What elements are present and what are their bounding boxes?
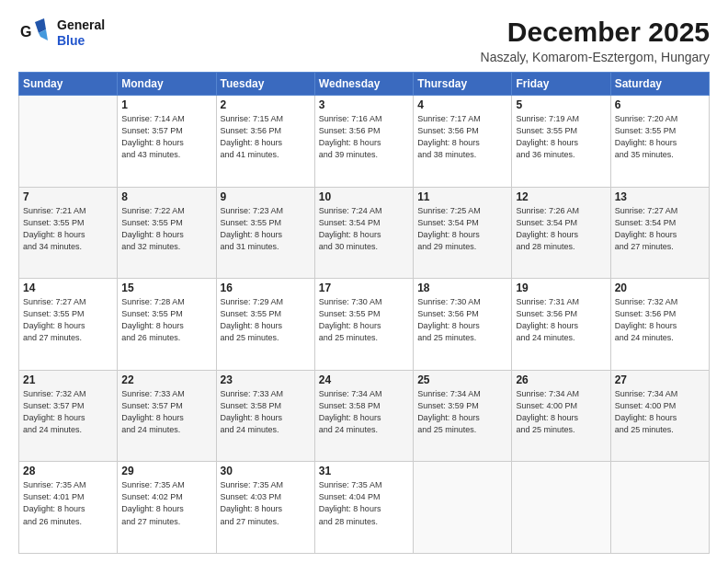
day-number: 17	[319, 282, 409, 294]
day-cell: 9Sunrise: 7:23 AM Sunset: 3:55 PM Daylig…	[216, 187, 314, 279]
day-info: Sunrise: 7:34 AM Sunset: 4:00 PM Dayligh…	[615, 388, 705, 436]
day-cell	[19, 96, 118, 188]
week-row-4: 28Sunrise: 7:35 AM Sunset: 4:01 PM Dayli…	[19, 462, 710, 554]
day-number: 4	[417, 98, 507, 111]
day-cell: 25Sunrise: 7:34 AM Sunset: 3:59 PM Dayli…	[414, 370, 512, 462]
day-number: 1	[121, 98, 211, 111]
logo-line1: General	[57, 17, 105, 33]
page: G General Blue December 2025 Naszaly, Ko…	[0, 0, 728, 563]
day-info: Sunrise: 7:35 AM Sunset: 4:01 PM Dayligh…	[23, 479, 113, 527]
day-info: Sunrise: 7:24 AM Sunset: 3:54 PM Dayligh…	[319, 205, 409, 253]
day-cell: 20Sunrise: 7:32 AM Sunset: 3:56 PM Dayli…	[610, 279, 709, 371]
day-info: Sunrise: 7:35 AM Sunset: 4:04 PM Dayligh…	[319, 479, 409, 527]
logo-text: General Blue	[57, 17, 105, 49]
day-number: 29	[121, 465, 211, 477]
day-cell: 11Sunrise: 7:25 AM Sunset: 3:54 PM Dayli…	[414, 187, 512, 279]
day-number: 28	[23, 465, 113, 477]
day-info: Sunrise: 7:22 AM Sunset: 3:55 PM Dayligh…	[121, 205, 211, 253]
day-cell: 4Sunrise: 7:17 AM Sunset: 3:56 PM Daylig…	[414, 96, 512, 188]
day-cell: 16Sunrise: 7:29 AM Sunset: 3:55 PM Dayli…	[216, 279, 314, 371]
subtitle: Naszaly, Komarom-Esztergom, Hungary	[481, 50, 710, 64]
day-cell	[414, 462, 512, 554]
logo: G General Blue	[18, 17, 105, 50]
day-info: Sunrise: 7:14 AM Sunset: 3:57 PM Dayligh…	[121, 113, 211, 161]
day-info: Sunrise: 7:35 AM Sunset: 4:03 PM Dayligh…	[221, 479, 311, 527]
col-header-wednesday: Wednesday	[314, 73, 413, 96]
day-cell: 18Sunrise: 7:30 AM Sunset: 3:56 PM Dayli…	[414, 279, 512, 371]
day-info: Sunrise: 7:19 AM Sunset: 3:55 PM Dayligh…	[516, 113, 606, 161]
day-info: Sunrise: 7:27 AM Sunset: 3:55 PM Dayligh…	[23, 296, 113, 344]
day-number: 2	[221, 98, 311, 111]
day-number: 13	[615, 190, 705, 203]
day-cell: 7Sunrise: 7:21 AM Sunset: 3:55 PM Daylig…	[19, 187, 118, 279]
day-info: Sunrise: 7:16 AM Sunset: 3:56 PM Dayligh…	[319, 113, 409, 161]
day-number: 16	[221, 282, 311, 294]
day-cell: 3Sunrise: 7:16 AM Sunset: 3:56 PM Daylig…	[314, 96, 413, 188]
day-cell: 10Sunrise: 7:24 AM Sunset: 3:54 PM Dayli…	[314, 187, 413, 279]
day-cell: 28Sunrise: 7:35 AM Sunset: 4:01 PM Dayli…	[19, 462, 118, 554]
day-info: Sunrise: 7:30 AM Sunset: 3:55 PM Dayligh…	[319, 296, 409, 344]
col-header-friday: Friday	[512, 73, 610, 96]
day-cell	[512, 462, 610, 554]
day-number: 6	[615, 98, 705, 111]
day-info: Sunrise: 7:34 AM Sunset: 3:59 PM Dayligh…	[417, 388, 507, 436]
day-info: Sunrise: 7:17 AM Sunset: 3:56 PM Dayligh…	[417, 113, 507, 161]
day-info: Sunrise: 7:29 AM Sunset: 3:55 PM Dayligh…	[221, 296, 311, 344]
day-number: 11	[417, 190, 507, 203]
day-cell: 31Sunrise: 7:35 AM Sunset: 4:04 PM Dayli…	[314, 462, 413, 554]
day-cell: 14Sunrise: 7:27 AM Sunset: 3:55 PM Dayli…	[19, 279, 118, 371]
day-number: 23	[221, 373, 311, 386]
day-number: 15	[121, 282, 211, 294]
day-number: 31	[319, 465, 409, 477]
week-row-1: 7Sunrise: 7:21 AM Sunset: 3:55 PM Daylig…	[19, 187, 710, 279]
day-cell: 26Sunrise: 7:34 AM Sunset: 4:00 PM Dayli…	[512, 370, 610, 462]
day-cell: 24Sunrise: 7:34 AM Sunset: 3:58 PM Dayli…	[314, 370, 413, 462]
calendar-header-row: SundayMondayTuesdayWednesdayThursdayFrid…	[19, 73, 710, 96]
day-cell: 22Sunrise: 7:33 AM Sunset: 3:57 PM Dayli…	[118, 370, 216, 462]
day-info: Sunrise: 7:32 AM Sunset: 3:57 PM Dayligh…	[23, 388, 113, 436]
col-header-tuesday: Tuesday	[216, 73, 314, 96]
day-cell: 17Sunrise: 7:30 AM Sunset: 3:55 PM Dayli…	[314, 279, 413, 371]
logo-icon: G	[18, 17, 51, 50]
day-number: 24	[319, 373, 409, 386]
day-cell: 23Sunrise: 7:33 AM Sunset: 3:58 PM Dayli…	[216, 370, 314, 462]
day-cell: 19Sunrise: 7:31 AM Sunset: 3:56 PM Dayli…	[512, 279, 610, 371]
day-info: Sunrise: 7:30 AM Sunset: 3:56 PM Dayligh…	[417, 296, 507, 344]
day-info: Sunrise: 7:31 AM Sunset: 3:56 PM Dayligh…	[516, 296, 606, 344]
day-cell: 2Sunrise: 7:15 AM Sunset: 3:56 PM Daylig…	[216, 96, 314, 188]
day-info: Sunrise: 7:28 AM Sunset: 3:55 PM Dayligh…	[121, 296, 211, 344]
day-info: Sunrise: 7:25 AM Sunset: 3:54 PM Dayligh…	[417, 205, 507, 253]
day-number: 27	[615, 373, 705, 386]
day-info: Sunrise: 7:15 AM Sunset: 3:56 PM Dayligh…	[221, 113, 311, 161]
day-number: 7	[23, 190, 113, 203]
day-cell: 5Sunrise: 7:19 AM Sunset: 3:55 PM Daylig…	[512, 96, 610, 188]
day-number: 20	[615, 282, 705, 294]
day-cell: 12Sunrise: 7:26 AM Sunset: 3:54 PM Dayli…	[512, 187, 610, 279]
day-info: Sunrise: 7:21 AM Sunset: 3:55 PM Dayligh…	[23, 205, 113, 253]
day-cell: 13Sunrise: 7:27 AM Sunset: 3:54 PM Dayli…	[610, 187, 709, 279]
calendar-table: SundayMondayTuesdayWednesdayThursdayFrid…	[18, 72, 710, 554]
day-info: Sunrise: 7:34 AM Sunset: 4:00 PM Dayligh…	[516, 388, 606, 436]
day-cell	[610, 462, 709, 554]
svg-text:G: G	[20, 24, 31, 40]
day-cell: 8Sunrise: 7:22 AM Sunset: 3:55 PM Daylig…	[118, 187, 216, 279]
logo-line2: Blue	[57, 33, 105, 49]
day-info: Sunrise: 7:33 AM Sunset: 3:58 PM Dayligh…	[221, 388, 311, 436]
day-info: Sunrise: 7:33 AM Sunset: 3:57 PM Dayligh…	[121, 388, 211, 436]
day-number: 25	[417, 373, 507, 386]
day-info: Sunrise: 7:20 AM Sunset: 3:55 PM Dayligh…	[615, 113, 705, 161]
day-number: 14	[23, 282, 113, 294]
day-number: 22	[121, 373, 211, 386]
day-info: Sunrise: 7:26 AM Sunset: 3:54 PM Dayligh…	[516, 205, 606, 253]
day-info: Sunrise: 7:34 AM Sunset: 3:58 PM Dayligh…	[319, 388, 409, 436]
day-info: Sunrise: 7:35 AM Sunset: 4:02 PM Dayligh…	[121, 479, 211, 527]
week-row-2: 14Sunrise: 7:27 AM Sunset: 3:55 PM Dayli…	[19, 279, 710, 371]
title-block: December 2025 Naszaly, Komarom-Esztergom…	[481, 17, 710, 64]
day-number: 10	[319, 190, 409, 203]
day-number: 18	[417, 282, 507, 294]
day-cell: 27Sunrise: 7:34 AM Sunset: 4:00 PM Dayli…	[610, 370, 709, 462]
day-cell: 21Sunrise: 7:32 AM Sunset: 3:57 PM Dayli…	[19, 370, 118, 462]
day-info: Sunrise: 7:23 AM Sunset: 3:55 PM Dayligh…	[221, 205, 311, 253]
day-info: Sunrise: 7:32 AM Sunset: 3:56 PM Dayligh…	[615, 296, 705, 344]
day-number: 30	[221, 465, 311, 477]
